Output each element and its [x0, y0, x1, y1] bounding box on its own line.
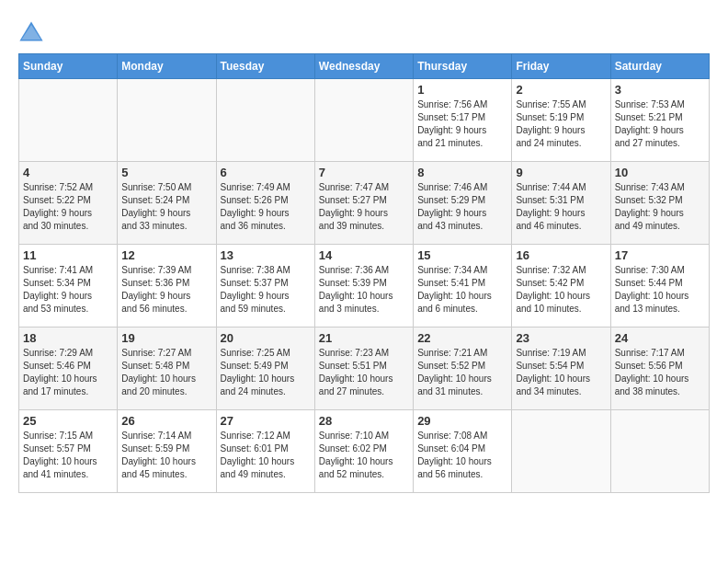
- day-number: 19: [121, 331, 211, 345]
- calendar-cell: 21Sunrise: 7:23 AM Sunset: 5:51 PM Dayli…: [314, 327, 413, 410]
- day-header-friday: Friday: [512, 54, 610, 79]
- day-info: Sunrise: 7:32 AM Sunset: 5:42 PM Dayligh…: [516, 264, 606, 316]
- calendar-cell: 1Sunrise: 7:56 AM Sunset: 5:17 PM Daylig…: [414, 79, 512, 162]
- day-number: 18: [23, 331, 113, 345]
- calendar-cell: [19, 79, 118, 162]
- calendar-cell: 24Sunrise: 7:17 AM Sunset: 5:56 PM Dayli…: [610, 327, 709, 410]
- day-number: 29: [417, 414, 507, 428]
- day-header-saturday: Saturday: [610, 54, 709, 79]
- calendar-cell: 20Sunrise: 7:25 AM Sunset: 5:49 PM Dayli…: [216, 327, 314, 410]
- calendar-cell: 14Sunrise: 7:36 AM Sunset: 5:39 PM Dayli…: [314, 245, 413, 327]
- day-number: 28: [319, 414, 409, 428]
- logo-icon: [18, 18, 44, 44]
- day-number: 10: [615, 166, 705, 179]
- calendar-cell: 25Sunrise: 7:15 AM Sunset: 5:57 PM Dayli…: [19, 410, 118, 493]
- day-number: 4: [23, 166, 113, 179]
- calendar-cell: 27Sunrise: 7:12 AM Sunset: 6:01 PM Dayli…: [216, 410, 314, 493]
- day-number: 27: [221, 414, 311, 428]
- day-info: Sunrise: 7:52 AM Sunset: 5:22 PM Dayligh…: [23, 181, 113, 233]
- day-info: Sunrise: 7:47 AM Sunset: 5:27 PM Dayligh…: [319, 181, 409, 233]
- day-info: Sunrise: 7:27 AM Sunset: 5:48 PM Dayligh…: [121, 347, 211, 398]
- day-info: Sunrise: 7:30 AM Sunset: 5:44 PM Dayligh…: [615, 264, 705, 316]
- calendar-cell: 2Sunrise: 7:55 AM Sunset: 5:19 PM Daylig…: [512, 79, 610, 162]
- calendar-cell: [314, 79, 413, 162]
- day-info: Sunrise: 7:43 AM Sunset: 5:32 PM Dayligh…: [615, 181, 705, 233]
- day-number: 14: [319, 248, 409, 262]
- day-number: 9: [516, 166, 606, 179]
- day-info: Sunrise: 7:21 AM Sunset: 5:52 PM Dayligh…: [417, 347, 507, 398]
- day-info: Sunrise: 7:53 AM Sunset: 5:21 PM Dayligh…: [615, 98, 705, 150]
- calendar-cell: 18Sunrise: 7:29 AM Sunset: 5:46 PM Dayli…: [19, 327, 118, 410]
- day-number: 25: [23, 414, 113, 428]
- calendar-cell: 8Sunrise: 7:46 AM Sunset: 5:29 PM Daylig…: [414, 162, 512, 245]
- day-info: Sunrise: 7:55 AM Sunset: 5:19 PM Dayligh…: [516, 98, 606, 150]
- day-info: Sunrise: 7:23 AM Sunset: 5:51 PM Dayligh…: [319, 347, 409, 398]
- day-number: 11: [23, 248, 113, 262]
- calendar-cell: 29Sunrise: 7:08 AM Sunset: 6:04 PM Dayli…: [414, 410, 512, 493]
- calendar-cell: [118, 79, 216, 162]
- day-number: 17: [615, 248, 705, 262]
- calendar-cell: [512, 410, 610, 493]
- day-info: Sunrise: 7:08 AM Sunset: 6:04 PM Dayligh…: [417, 430, 507, 481]
- day-info: Sunrise: 7:36 AM Sunset: 5:39 PM Dayligh…: [319, 264, 409, 316]
- day-number: 21: [319, 331, 409, 345]
- calendar-cell: 23Sunrise: 7:19 AM Sunset: 5:54 PM Dayli…: [512, 327, 610, 410]
- day-number: 5: [121, 166, 211, 179]
- day-number: 13: [221, 248, 311, 262]
- day-number: 12: [121, 248, 211, 262]
- day-info: Sunrise: 7:10 AM Sunset: 6:02 PM Dayligh…: [319, 430, 409, 481]
- calendar-cell: 4Sunrise: 7:52 AM Sunset: 5:22 PM Daylig…: [19, 162, 118, 245]
- day-number: 7: [319, 166, 409, 179]
- day-number: 1: [417, 83, 507, 97]
- calendar-cell: 15Sunrise: 7:34 AM Sunset: 5:41 PM Dayli…: [414, 245, 512, 327]
- calendar-cell: 17Sunrise: 7:30 AM Sunset: 5:44 PM Dayli…: [610, 245, 709, 327]
- day-info: Sunrise: 7:29 AM Sunset: 5:46 PM Dayligh…: [23, 347, 113, 398]
- day-number: 26: [121, 414, 211, 428]
- calendar-cell: 22Sunrise: 7:21 AM Sunset: 5:52 PM Dayli…: [414, 327, 512, 410]
- day-info: Sunrise: 7:39 AM Sunset: 5:36 PM Dayligh…: [121, 264, 211, 316]
- svg-marker-1: [22, 25, 41, 40]
- day-info: Sunrise: 7:50 AM Sunset: 5:24 PM Dayligh…: [121, 181, 211, 233]
- day-info: Sunrise: 7:14 AM Sunset: 5:59 PM Dayligh…: [121, 430, 211, 481]
- day-info: Sunrise: 7:34 AM Sunset: 5:41 PM Dayligh…: [417, 264, 507, 316]
- day-info: Sunrise: 7:15 AM Sunset: 5:57 PM Dayligh…: [23, 430, 113, 481]
- calendar-cell: 10Sunrise: 7:43 AM Sunset: 5:32 PM Dayli…: [610, 162, 709, 245]
- calendar-cell: 28Sunrise: 7:10 AM Sunset: 6:02 PM Dayli…: [314, 410, 413, 493]
- day-number: 3: [615, 83, 705, 97]
- calendar-cell: 11Sunrise: 7:41 AM Sunset: 5:34 PM Dayli…: [19, 245, 118, 327]
- day-info: Sunrise: 7:56 AM Sunset: 5:17 PM Dayligh…: [417, 98, 507, 150]
- calendar-cell: 3Sunrise: 7:53 AM Sunset: 5:21 PM Daylig…: [610, 79, 709, 162]
- calendar-cell: 9Sunrise: 7:44 AM Sunset: 5:31 PM Daylig…: [512, 162, 610, 245]
- calendar-cell: 26Sunrise: 7:14 AM Sunset: 5:59 PM Dayli…: [118, 410, 216, 493]
- day-header-wednesday: Wednesday: [314, 54, 413, 79]
- day-info: Sunrise: 7:41 AM Sunset: 5:34 PM Dayligh…: [23, 264, 113, 316]
- day-number: 22: [417, 331, 507, 345]
- day-number: 23: [516, 331, 606, 345]
- day-info: Sunrise: 7:25 AM Sunset: 5:49 PM Dayligh…: [221, 347, 311, 398]
- day-info: Sunrise: 7:49 AM Sunset: 5:26 PM Dayligh…: [221, 181, 311, 233]
- calendar-cell: 13Sunrise: 7:38 AM Sunset: 5:37 PM Dayli…: [216, 245, 314, 327]
- calendar-cell: 7Sunrise: 7:47 AM Sunset: 5:27 PM Daylig…: [314, 162, 413, 245]
- day-info: Sunrise: 7:12 AM Sunset: 6:01 PM Dayligh…: [221, 430, 311, 481]
- day-header-thursday: Thursday: [414, 54, 512, 79]
- day-number: 20: [221, 331, 311, 345]
- day-info: Sunrise: 7:44 AM Sunset: 5:31 PM Dayligh…: [516, 181, 606, 233]
- calendar-table: SundayMondayTuesdayWednesdayThursdayFrid…: [18, 53, 710, 493]
- calendar-cell: 12Sunrise: 7:39 AM Sunset: 5:36 PM Dayli…: [118, 245, 216, 327]
- day-number: 15: [417, 248, 507, 262]
- calendar-cell: 5Sunrise: 7:50 AM Sunset: 5:24 PM Daylig…: [118, 162, 216, 245]
- calendar-cell: 6Sunrise: 7:49 AM Sunset: 5:26 PM Daylig…: [216, 162, 314, 245]
- day-header-tuesday: Tuesday: [216, 54, 314, 79]
- calendar-cell: 19Sunrise: 7:27 AM Sunset: 5:48 PM Dayli…: [118, 327, 216, 410]
- day-number: 6: [221, 166, 311, 179]
- day-number: 8: [417, 166, 507, 179]
- calendar-cell: 16Sunrise: 7:32 AM Sunset: 5:42 PM Dayli…: [512, 245, 610, 327]
- day-header-monday: Monday: [118, 54, 216, 79]
- page-header: [18, 18, 710, 44]
- calendar-cell: [610, 410, 709, 493]
- day-info: Sunrise: 7:46 AM Sunset: 5:29 PM Dayligh…: [417, 181, 507, 233]
- day-number: 24: [615, 331, 705, 345]
- day-number: 2: [516, 83, 606, 97]
- day-info: Sunrise: 7:19 AM Sunset: 5:54 PM Dayligh…: [516, 347, 606, 398]
- day-header-sunday: Sunday: [19, 54, 118, 79]
